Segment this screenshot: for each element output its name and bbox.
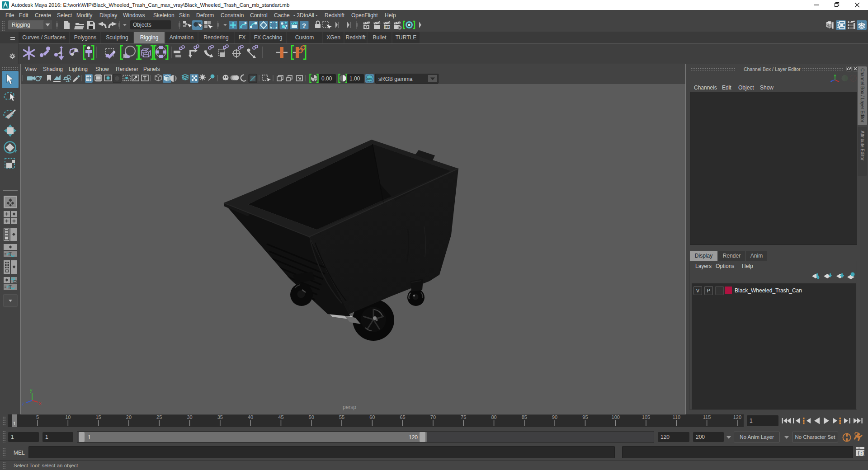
svg-text:x: x (39, 400, 42, 406)
svg-text:85: 85 (522, 414, 527, 420)
svg-text:95: 95 (582, 414, 588, 420)
svg-text:25: 25 (156, 414, 162, 420)
svg-text:persp: persp (343, 404, 356, 410)
svg-text:70: 70 (430, 414, 436, 420)
svg-text:15: 15 (95, 414, 101, 420)
svg-text:5: 5 (36, 414, 39, 420)
svg-text:y: y (30, 387, 33, 393)
svg-text:z: z (22, 401, 24, 406)
svg-text:60: 60 (369, 414, 375, 420)
svg-text:50: 50 (309, 414, 314, 420)
svg-text:IPR: IPR (385, 26, 390, 29)
svg-text:10: 10 (65, 414, 71, 420)
svg-text:100: 100 (612, 414, 620, 420)
svg-text:65: 65 (400, 414, 405, 420)
svg-text:90: 90 (552, 414, 557, 420)
svg-text:110: 110 (673, 414, 681, 420)
svg-text:120: 120 (733, 414, 741, 420)
svg-text:40: 40 (248, 414, 253, 420)
svg-text:ON: ON (367, 77, 372, 80)
svg-text:?: ? (302, 22, 306, 29)
svg-text:80: 80 (491, 414, 496, 420)
svg-text:30: 30 (187, 414, 192, 420)
svg-text:45: 45 (278, 414, 283, 420)
svg-text:20: 20 (126, 414, 132, 420)
svg-text:105: 105 (642, 414, 650, 420)
svg-text:115: 115 (703, 414, 711, 420)
svg-text:Rigging: Rigging (12, 22, 30, 28)
svg-text:{;}: {;} (857, 451, 864, 456)
svg-text:55: 55 (339, 414, 344, 420)
svg-text:1: 1 (13, 421, 16, 426)
svg-text:75: 75 (461, 414, 466, 420)
svg-text:35: 35 (217, 414, 223, 420)
